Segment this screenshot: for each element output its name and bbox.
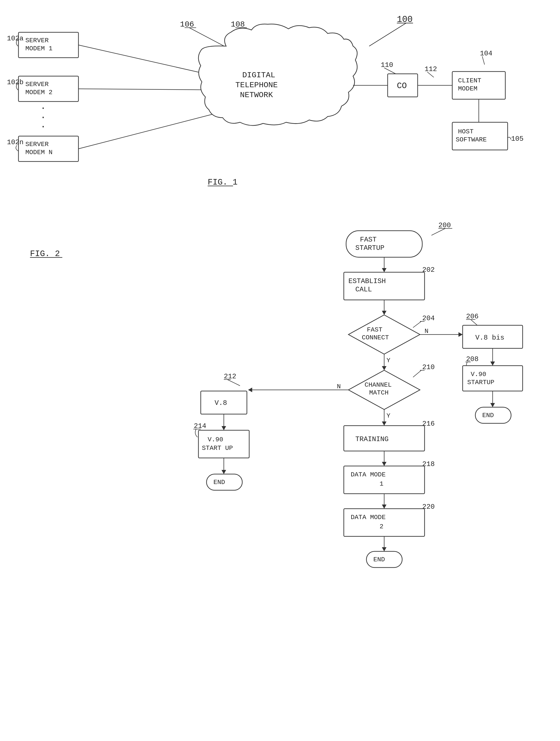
establish-call-label1: ESTABLISH [349, 277, 386, 285]
ellipsis: · [40, 103, 46, 114]
label-102b: 102b [7, 78, 23, 86]
v90-startup-r-label1: V.90 [471, 371, 486, 378]
svg-rect-82 [344, 509, 425, 536]
datamode1-label2: 1 [380, 480, 383, 487]
datamode2-label2: 2 [380, 523, 383, 530]
svg-rect-49 [462, 366, 522, 391]
client-modem-label1: CLIENT [458, 77, 481, 84]
label-210: 210 [422, 363, 435, 371]
label-105: 105 [511, 135, 523, 143]
host-software-label1: HOST [458, 128, 474, 135]
label-112: 112 [425, 65, 437, 73]
yes-label-1: Y [386, 357, 390, 364]
end-node-center: END [373, 556, 385, 563]
server-modem-n-label: SERVER [25, 141, 49, 148]
server-modem-1-label2: MODEM 1 [25, 45, 53, 52]
cloud-text1: DIGITAL [242, 71, 275, 80]
ellipsis3: · [40, 122, 46, 132]
label-110: 110 [381, 61, 393, 69]
no-label-2: N [337, 383, 341, 390]
page: 100 106 108 SERVER MODEM 1 102a SERVER M… [0, 0, 560, 741]
label-104: 104 [480, 50, 492, 57]
server-modem-2-label: SERVER [25, 81, 49, 88]
label-204: 204 [422, 315, 435, 322]
v90-startup-l-label2: START UP [202, 445, 233, 452]
co-label: CO [397, 81, 407, 91]
server-modem-1-label: SERVER [25, 37, 49, 44]
fast-startup-label2: STARTUP [355, 244, 384, 252]
datamode1-label1: DATA MODE [351, 471, 385, 478]
label-212: 212 [224, 373, 236, 381]
server-modem-2-label2: MODEM 2 [25, 89, 53, 96]
server-modem-n-label2: MODEM N [25, 149, 53, 156]
label-214: 214 [194, 422, 206, 430]
host-software-label2: SOFTWARE [456, 136, 487, 143]
ellipsis2: · [40, 112, 46, 123]
v8-label: V.8 [214, 399, 227, 407]
cloud-text2: TELEPHONE [235, 81, 278, 89]
client-modem-label2: MODEM [458, 85, 478, 92]
no-label-1: N [425, 328, 429, 335]
label-206: 206 [466, 313, 479, 321]
fast-connect-label1: FAST [367, 326, 382, 333]
cloud-text3: NETWORK [240, 91, 273, 99]
v90-startup-r-label2: STARTUP [467, 379, 494, 386]
channel-match-label1: CHANNEL [365, 381, 392, 389]
v8bis-label: V.8 bis [475, 334, 504, 342]
fast-connect-label2: CONNECT [362, 334, 389, 341]
end-node-right: END [482, 412, 494, 419]
datamode2-label1: DATA MODE [351, 514, 385, 521]
label-102n: 102n [7, 138, 23, 146]
end-node-left: END [213, 479, 225, 486]
fast-startup-label1: FAST [360, 236, 377, 244]
training-label: TRAINING [355, 435, 388, 443]
svg-rect-77 [344, 466, 425, 494]
channel-match-label2: MATCH [369, 389, 388, 396]
establish-call-label2: CALL [355, 286, 372, 293]
svg-rect-66 [198, 430, 249, 458]
label-102a: 102a [7, 35, 23, 43]
v90-startup-l-label1: V.90 [208, 436, 223, 443]
yes-label-2: Y [386, 412, 390, 419]
label-200: 200 [438, 221, 451, 229]
